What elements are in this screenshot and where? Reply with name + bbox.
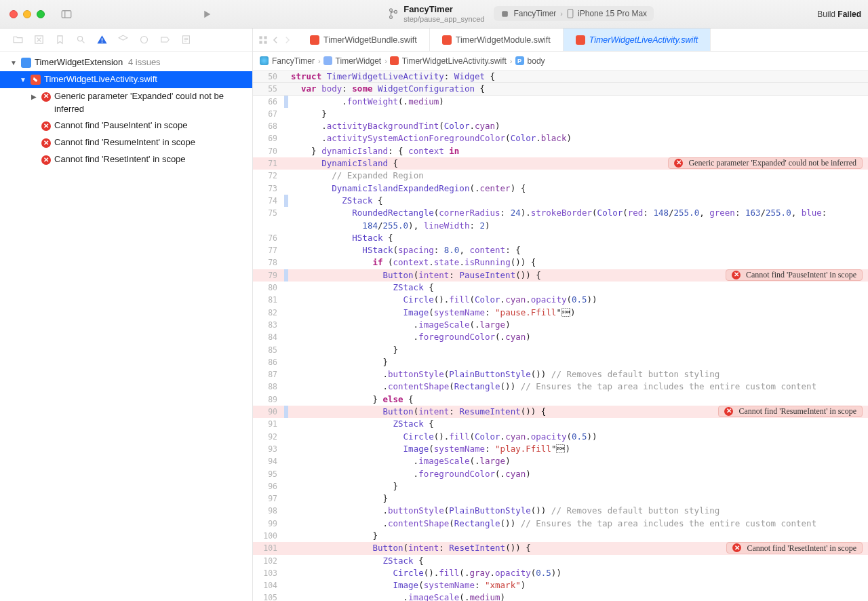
code-text[interactable]: Image(systemName: "play.Ffill") (288, 443, 868, 455)
code-text[interactable]: Button(intent: ResumeIntent()) {✕Cannot … (288, 406, 868, 418)
code-text[interactable]: struct TimerWidgetLiveActivity: Widget { (288, 71, 868, 83)
tests-nav-icon[interactable] (117, 34, 129, 45)
file-tab[interactable]: TimerWidgetModule.swift (430, 28, 564, 51)
code-text[interactable]: .fontWeight(.medium) (288, 96, 868, 108)
code-line[interactable]: 73 DynamicIslandExpandedRegion(.center) … (253, 182, 868, 195)
file-tab[interactable]: TimerWidgetBundle.swift (298, 28, 430, 51)
code-text[interactable]: .foregroundColor(.cyan) (288, 331, 868, 343)
jump-bar[interactable]: FancyTimer› TimerWidget› TimerWidgetLive… (253, 52, 868, 71)
code-line[interactable]: 69 .activitySystemActionForegroundColor(… (253, 132, 868, 144)
code-text[interactable]: .buttonStyle(PlainButtonStyle()) // Remo… (288, 505, 868, 517)
code-text[interactable]: DynamicIslandExpandedRegion(.center) { (288, 182, 868, 195)
code-text[interactable]: ZStack { (288, 195, 868, 207)
code-text[interactable]: } (288, 530, 868, 542)
file-tab-active[interactable]: TimerWidgetLiveActivity.swift (564, 28, 711, 51)
disclosure-triangle-icon[interactable]: ▼ (9, 58, 18, 69)
code-text[interactable]: var body: some WidgetConfiguration { (288, 83, 868, 95)
code-text[interactable]: if (context.state.isRunning()) { (288, 256, 868, 269)
code-text[interactable]: } (288, 492, 868, 505)
close-window-button[interactable] (9, 10, 18, 18)
code-line[interactable]: 96 } (253, 480, 868, 492)
code-text[interactable]: } (288, 480, 868, 492)
code-line[interactable]: 81 Circle().fill(Color.cyan.opacity(0.5)… (253, 294, 868, 306)
code-text[interactable]: .foregroundColor(.cyan) (288, 468, 868, 480)
code-text[interactable]: // Expanded Region (288, 170, 868, 182)
code-editor[interactable]: 50struct TimerWidgetLiveActivity: Widget… (253, 71, 868, 601)
code-text[interactable]: ZStack { (288, 282, 868, 294)
code-line[interactable]: 91 ZStack { (253, 418, 868, 430)
code-line[interactable]: 105 .imageScale(.medium) (253, 592, 868, 601)
code-line[interactable]: 95 .foregroundColor(.cyan) (253, 468, 868, 480)
code-line[interactable]: 72 // Expanded Region (253, 170, 868, 182)
code-line[interactable]: 83 .imageScale(.large) (253, 319, 868, 331)
code-text[interactable]: .imageScale(.large) (288, 319, 868, 331)
code-text[interactable]: .imageScale(.large) (288, 455, 868, 467)
code-text[interactable]: Circle().fill(Color.cyan.opacity(0.5)) (288, 294, 868, 306)
code-line[interactable]: 102 ZStack { (253, 555, 868, 567)
sidebar-toggle-icon[interactable] (60, 8, 73, 20)
inline-error-badge[interactable]: ✕Cannot find 'PauseIntent' in scope (726, 269, 863, 281)
code-text[interactable]: .imageScale(.medium) (288, 592, 868, 601)
code-text[interactable]: Circle().fill(Color.cyan.opacity(0.5)) (288, 431, 868, 443)
code-line[interactable]: 103 Circle().fill(.gray.opacity(0.5)) (253, 567, 868, 579)
code-text[interactable]: Button(intent: ResetIntent()) {✕Cannot f… (288, 542, 868, 554)
code-text[interactable]: DynamicIsland {✕Generic parameter 'Expan… (288, 157, 868, 170)
code-line[interactable]: 89 } else { (253, 393, 868, 406)
code-text[interactable]: .contentShape(Rectangle()) // Ensures th… (288, 518, 868, 530)
code-text[interactable]: Image(systemName: "pause.Ffill") (288, 307, 868, 319)
code-line[interactable]: 94 .imageScale(.large) (253, 455, 868, 467)
issue-row[interactable]: ▶ ✕ Generic parameter 'Expanded' could n… (0, 88, 252, 118)
folder-nav-icon[interactable] (12, 34, 24, 45)
report-nav-icon[interactable] (180, 34, 192, 45)
issue-row[interactable]: ▶ ✕ Cannot find 'PauseIntent' in scope (0, 117, 252, 134)
code-line[interactable]: 90 Button(intent: ResumeIntent()) {✕Cann… (253, 406, 868, 418)
code-text[interactable]: } (288, 344, 868, 356)
code-line[interactable]: 76 HStack { (253, 232, 868, 244)
code-text[interactable]: ZStack { (288, 418, 868, 430)
code-text[interactable]: Circle().fill(.gray.opacity(0.5)) (288, 567, 868, 579)
code-line[interactable]: 98 .buttonStyle(PlainButtonStyle()) // R… (253, 505, 868, 517)
file-row-selected[interactable]: ▼ TimerWidgetLiveActivity.swift (0, 71, 252, 88)
code-line[interactable]: 77 HStack(spacing: 8.0, content: { (253, 244, 868, 256)
code-line[interactable]: 79 Button(intent: PauseIntent()) {✕Canno… (253, 269, 868, 282)
code-line[interactable]: 97 } (253, 492, 868, 505)
related-items-icon[interactable] (258, 35, 268, 45)
code-text[interactable]: } dynamicIsland: { context in (288, 145, 868, 157)
code-line[interactable]: 104 Image(systemName: "xmark") (253, 579, 868, 592)
code-line[interactable]: 92 Circle().fill(Color.cyan.opacity(0.5)… (253, 431, 868, 443)
bookmark-nav-icon[interactable] (54, 34, 66, 45)
issue-row[interactable]: ▶ ✕ Cannot find 'ResumeIntent' in scope (0, 134, 252, 151)
code-text[interactable]: .activityBackgroundTint(Color.cyan) (288, 120, 868, 132)
inline-error-badge[interactable]: ✕Cannot find 'ResetIntent' in scope (726, 542, 863, 554)
code-line[interactable]: 86 } (253, 356, 868, 368)
code-text[interactable]: Image(systemName: "xmark") (288, 579, 868, 592)
code-text[interactable]: HStack { (288, 232, 868, 244)
code-line[interactable]: 82 Image(systemName: "pause.Ffill") (253, 307, 868, 319)
build-status[interactable]: Build Failed (817, 9, 861, 19)
debug-nav-icon[interactable] (138, 34, 150, 45)
code-line[interactable]: 93 Image(systemName: "play.Ffill") (253, 443, 868, 455)
code-line[interactable]: 71 DynamicIsland {✕Generic parameter 'Ex… (253, 157, 868, 170)
code-line[interactable]: 184/255.0), lineWidth: 2) (253, 220, 868, 232)
code-line[interactable]: 68 .activityBackgroundTint(Color.cyan) (253, 120, 868, 132)
scheme-selector[interactable]: FancyTimer › iPhone 15 Pro Max (494, 6, 654, 21)
minimize-window-button[interactable] (23, 10, 31, 18)
back-icon[interactable] (271, 35, 280, 45)
code-text[interactable]: .activitySystemActionForegroundColor(Col… (288, 132, 868, 144)
issues-nav-icon[interactable] (96, 34, 108, 45)
code-text[interactable]: HStack(spacing: 8.0, content: { (288, 244, 868, 256)
code-line[interactable]: 80 ZStack { (253, 282, 868, 294)
code-line[interactable]: 84 .foregroundColor(.cyan) (253, 331, 868, 343)
code-text[interactable]: } (288, 108, 868, 120)
code-line[interactable]: 99 .contentShape(Rectangle()) // Ensures… (253, 518, 868, 530)
code-line[interactable]: 74 ZStack { (253, 195, 868, 207)
code-line[interactable]: 85 } (253, 344, 868, 356)
code-line[interactable]: 88 .contentShape(Rectangle()) // Ensures… (253, 381, 868, 393)
code-line[interactable]: 55 var body: some WidgetConfiguration { (253, 83, 868, 95)
code-text[interactable]: .buttonStyle(PlainButtonStyle()) // Remo… (288, 368, 868, 381)
code-text[interactable]: .contentShape(Rectangle()) // Ensures th… (288, 381, 868, 393)
code-line[interactable]: 70 } dynamicIsland: { context in (253, 145, 868, 157)
disclosure-triangle-icon[interactable]: ▼ (19, 75, 27, 85)
code-text[interactable]: 184/255.0), lineWidth: 2) (288, 220, 868, 232)
issue-row[interactable]: ▶ ✕ Cannot find 'ResetIntent' in scope (0, 151, 252, 168)
